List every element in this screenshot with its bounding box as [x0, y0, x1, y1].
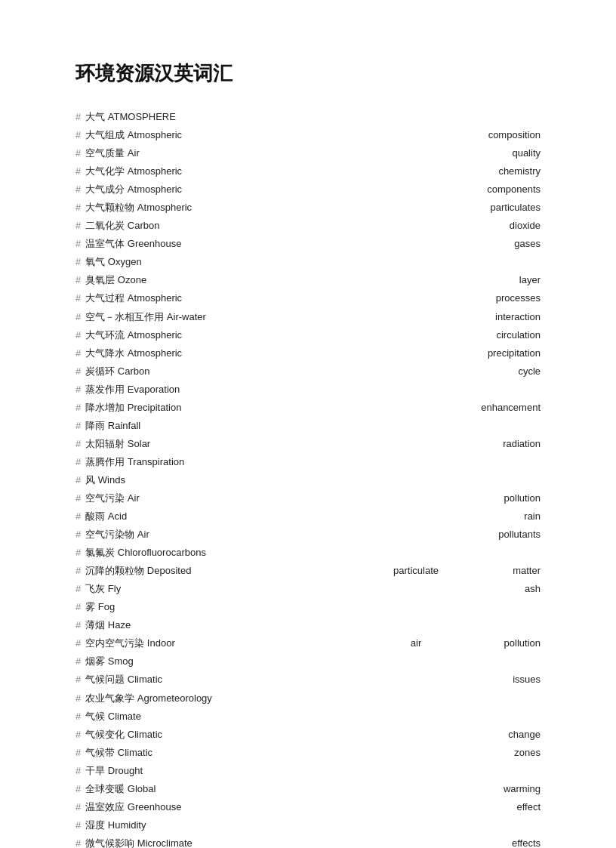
- item-end-text: components: [450, 180, 541, 199]
- item-main-text: 降雨 Rainfall: [85, 417, 541, 435]
- hash-symbol: #: [75, 834, 81, 848]
- item-end-text: chemistry: [450, 162, 541, 180]
- hash-symbol: #: [75, 308, 81, 326]
- item-main-text: 大气颗粒物 Atmospheric: [85, 199, 450, 217]
- list-item: #太阳辐射 Solarradiation: [75, 435, 541, 453]
- item-end-text: matter: [450, 562, 541, 580]
- item-mid-text: air: [382, 634, 450, 652]
- item-end-text: issues: [450, 671, 541, 689]
- item-main-text: 沉降的颗粒物 Deposited: [85, 562, 382, 580]
- list-item: #空气污染物 Airpollutants: [75, 526, 541, 544]
- list-item: #氯氟炭 Chlorofluorocarbons: [75, 544, 541, 562]
- hash-symbol: #: [75, 780, 81, 798]
- list-item: #全球变暖 Globalwarming: [75, 780, 541, 798]
- hash-symbol: #: [75, 180, 81, 199]
- hash-symbol: #: [75, 616, 81, 634]
- item-main-text: 大气降水 Atmospheric: [85, 344, 450, 362]
- list-item: #空气质量 Airquality: [75, 144, 541, 162]
- list-item: #氧气 Oxygen: [75, 253, 541, 271]
- item-main-text: 风 Winds: [85, 471, 541, 489]
- item-end-text: processes: [450, 289, 541, 307]
- list-item: #降雨 Rainfall: [75, 417, 541, 435]
- hash-symbol: #: [75, 162, 81, 180]
- hash-symbol: #: [75, 562, 81, 580]
- item-main-text: 微气候影响 Microclimate: [85, 834, 450, 848]
- vocab-list: #大气 ATMOSPHERE#大气组成 Atmosphericcompositi…: [75, 108, 541, 848]
- hash-symbol: #: [75, 271, 81, 289]
- item-end-text: gases: [450, 235, 541, 253]
- hash-symbol: #: [75, 544, 81, 562]
- list-item: #烟雾 Smog: [75, 652, 541, 671]
- page-title: 环境资源汉英词汇: [75, 60, 541, 87]
- list-item: #雾 Fog: [75, 598, 541, 616]
- item-main-text: 雾 Fog: [85, 598, 541, 616]
- item-main-text: 湿度 Humidity: [85, 816, 541, 834]
- item-main-text: 空气质量 Air: [85, 144, 450, 162]
- item-main-text: 飞灰 Fly: [85, 580, 450, 598]
- hash-symbol: #: [75, 598, 81, 616]
- item-end-text: pollution: [450, 489, 541, 507]
- list-item: #气候问题 Climaticissues: [75, 671, 541, 689]
- list-item: #薄烟 Haze: [75, 616, 541, 634]
- list-item: #二氧化炭 Carbondioxide: [75, 217, 541, 235]
- hash-symbol: #: [75, 326, 81, 344]
- hash-symbol: #: [75, 126, 81, 144]
- item-main-text: 酸雨 Acid: [85, 507, 450, 526]
- hash-symbol: #: [75, 652, 81, 671]
- item-main-text: 大气 ATMOSPHERE: [85, 108, 541, 126]
- item-main-text: 气候带 Climatic: [85, 744, 450, 762]
- list-item: #飞灰 Flyash: [75, 580, 541, 598]
- hash-symbol: #: [75, 816, 81, 834]
- list-item: #空气－水相互作用 Air-waterinteraction: [75, 308, 541, 326]
- list-item: #微气候影响 Microclimateeffects: [75, 834, 541, 848]
- item-end-text: particulates: [450, 199, 541, 217]
- item-main-text: 气候问题 Climatic: [85, 671, 450, 689]
- item-main-text: 农业气象学 Agrometeorology: [85, 689, 541, 708]
- hash-symbol: #: [75, 471, 81, 489]
- item-end-text: radiation: [450, 435, 541, 453]
- list-item: #大气化学 Atmosphericchemistry: [75, 162, 541, 180]
- item-main-text: 烟雾 Smog: [85, 652, 541, 671]
- item-end-text: layer: [450, 271, 541, 289]
- item-end-text: precipitation: [450, 344, 541, 362]
- item-end-text: effects: [450, 834, 541, 848]
- item-main-text: 空气－水相互作用 Air-water: [85, 308, 450, 326]
- hash-symbol: #: [75, 671, 81, 689]
- hash-symbol: #: [75, 362, 81, 381]
- list-item: #大气 ATMOSPHERE: [75, 108, 541, 126]
- item-main-text: 太阳辐射 Solar: [85, 435, 450, 453]
- item-main-text: 氯氟炭 Chlorofluorocarbons: [85, 544, 541, 562]
- hash-symbol: #: [75, 689, 81, 708]
- list-item: #温室气体 Greenhousegases: [75, 235, 541, 253]
- hash-symbol: #: [75, 435, 81, 453]
- list-item: #降水增加 Precipitationenhancement: [75, 399, 541, 417]
- hash-symbol: #: [75, 417, 81, 435]
- list-item: #大气组成 Atmosphericcomposition: [75, 126, 541, 144]
- list-item: #农业气象学 Agrometeorology: [75, 689, 541, 708]
- item-end-text: interaction: [450, 308, 541, 326]
- item-end-text: cycle: [450, 362, 541, 381]
- item-main-text: 温室效应 Greenhouse: [85, 798, 450, 816]
- hash-symbol: #: [75, 199, 81, 217]
- item-end-text: circulation: [450, 326, 541, 344]
- item-main-text: 空气污染 Air: [85, 489, 450, 507]
- hash-symbol: #: [75, 580, 81, 598]
- item-end-text: pollutants: [450, 526, 541, 544]
- item-main-text: 臭氧层 Ozone: [85, 271, 450, 289]
- item-main-text: 氧气 Oxygen: [85, 253, 541, 271]
- hash-symbol: #: [75, 399, 81, 417]
- item-end-text: composition: [450, 126, 541, 144]
- list-item: #大气过程 Atmosphericprocesses: [75, 289, 541, 307]
- hash-symbol: #: [75, 489, 81, 507]
- list-item: #沉降的颗粒物 Depositedparticulatematter: [75, 562, 541, 580]
- item-main-text: 蒸腾作用 Transpiration: [85, 453, 541, 471]
- hash-symbol: #: [75, 507, 81, 526]
- item-end-text: ash: [450, 580, 541, 598]
- item-main-text: 温室气体 Greenhouse: [85, 235, 450, 253]
- hash-symbol: #: [75, 798, 81, 816]
- item-mid-text: particulate: [382, 562, 450, 580]
- list-item: #大气环流 Atmosphericcirculation: [75, 326, 541, 344]
- list-item: #大气成分 Atmosphericcomponents: [75, 180, 541, 199]
- item-end-text: enhancement: [450, 399, 541, 417]
- list-item: #蒸发作用 Evaporation: [75, 381, 541, 399]
